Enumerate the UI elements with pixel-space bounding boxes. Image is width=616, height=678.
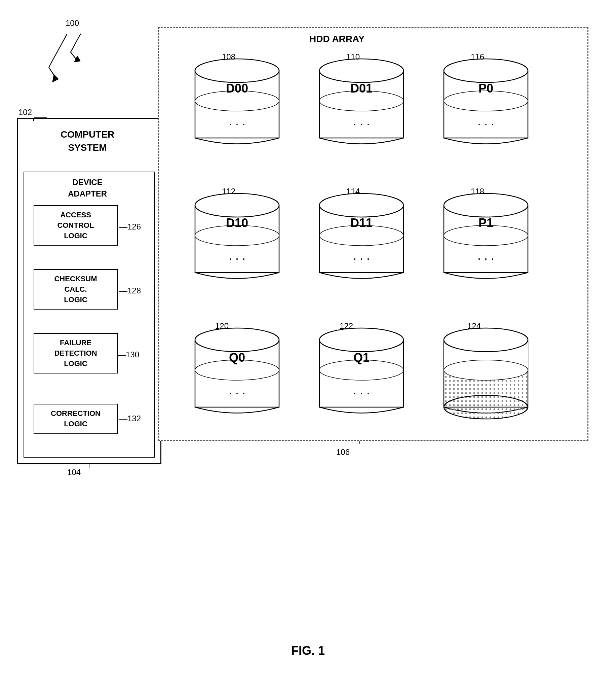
cylinder-D11: D11 · · · xyxy=(316,188,407,289)
svg-text:D10: D10 xyxy=(226,216,248,230)
svg-line-1 xyxy=(49,67,55,77)
svg-text:· · ·: · · · xyxy=(477,251,494,265)
svg-marker-2 xyxy=(52,74,59,82)
ref-124: 124 xyxy=(467,321,481,331)
hdd-array-title: HDD ARRAY xyxy=(309,34,364,44)
computer-system-title: COMPUTERSYSTEM xyxy=(30,128,145,154)
ref-104: 104 xyxy=(67,468,81,477)
failure-detection-logic-box: FAILUREDETECTIONLOGIC xyxy=(34,333,118,373)
ref-116: 116 xyxy=(471,52,484,62)
svg-point-37 xyxy=(319,59,403,82)
device-adapter-title: DEVICEADAPTER xyxy=(37,177,138,199)
ref-126: —126 xyxy=(119,222,141,231)
ref-118: 118 xyxy=(471,187,484,196)
svg-text:Q1: Q1 xyxy=(353,351,370,364)
svg-text:· · ·: · · · xyxy=(353,117,370,131)
svg-point-52 xyxy=(319,193,403,217)
svg-text:D00: D00 xyxy=(226,81,248,95)
ref-128: —128 xyxy=(119,286,141,295)
ref-106: 106 xyxy=(336,448,350,457)
svg-text:· · ·: · · · xyxy=(477,117,494,131)
diagram: 100 102 COMPUTERSYSTEM DEVICEADAPTER ACC… xyxy=(0,0,616,678)
svg-text:· · ·: · · · xyxy=(353,251,370,265)
svg-point-75 xyxy=(444,328,528,352)
svg-text:· · ·: · · · xyxy=(229,386,245,400)
svg-text:· · ·: · · · xyxy=(229,251,245,265)
cylinder-D01: D01 · · · xyxy=(316,54,407,155)
ref-122: 122 xyxy=(340,321,353,331)
ref-132: —132 xyxy=(119,414,141,423)
cylinder-dotted xyxy=(440,323,531,424)
svg-point-57 xyxy=(444,193,528,217)
cylinder-P1: P1 · · · xyxy=(440,188,531,289)
svg-text:D01: D01 xyxy=(350,81,373,95)
svg-text:P1: P1 xyxy=(478,216,493,230)
ref-100: 100 xyxy=(66,19,79,28)
svg-text:Q0: Q0 xyxy=(229,351,245,364)
ref-112: 112 xyxy=(222,187,235,196)
ref-120: 120 xyxy=(215,321,229,331)
svg-point-47 xyxy=(195,193,279,217)
ref-114: 114 xyxy=(346,187,360,196)
ref-108: 108 xyxy=(222,52,235,62)
ref-110: 110 xyxy=(346,52,360,62)
cylinder-Q1: Q1 · · · xyxy=(316,323,407,424)
svg-text:· · ·: · · · xyxy=(229,117,245,131)
svg-line-0 xyxy=(49,34,67,67)
svg-text:D11: D11 xyxy=(350,216,373,230)
cylinder-P0: P0 · · · xyxy=(440,54,531,155)
cylinder-Q0: Q0 · · · xyxy=(192,323,282,424)
svg-point-42 xyxy=(444,59,528,82)
svg-text:P0: P0 xyxy=(478,81,493,95)
svg-text:· · ·: · · · xyxy=(353,386,370,400)
checksum-calc-logic-box: CHECKSUMCALC.LOGIC xyxy=(34,269,118,310)
svg-marker-82 xyxy=(74,56,81,62)
ref-102: 102 xyxy=(18,108,32,117)
ref-130: —130 xyxy=(118,350,139,359)
svg-point-67 xyxy=(319,328,403,352)
svg-point-77 xyxy=(444,395,528,419)
cylinder-D10: D10 · · · xyxy=(192,188,282,289)
correction-logic-box: CORRECTIONLOGIC xyxy=(34,404,118,434)
svg-point-76 xyxy=(444,360,528,380)
cylinder-D00: D00 · · · xyxy=(192,54,282,155)
svg-point-62 xyxy=(195,328,279,352)
figure-label: FIG. 1 xyxy=(291,644,325,658)
svg-point-31 xyxy=(195,59,279,82)
access-control-logic-box: ACCESSCONTROLLOGIC xyxy=(34,205,118,246)
